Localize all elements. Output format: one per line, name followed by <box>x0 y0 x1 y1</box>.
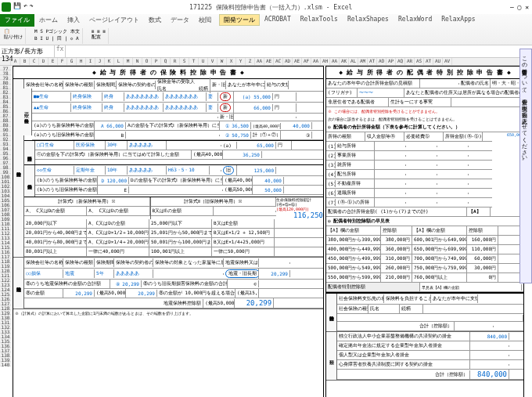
tab-formula[interactable]: 数式 <box>144 14 166 27</box>
tab-data[interactable]: データ <box>166 14 194 27</box>
company-1[interactable]: ■●生命 <box>32 92 71 101</box>
qat-save-icon[interactable]: 💾 <box>13 2 21 12</box>
column-headers[interactable]: ABCDEFGHIJKLMNOPQRSTUVWXYZAAAEACADAEAFAA… <box>0 58 532 66</box>
formula-input[interactable] <box>66 45 532 57</box>
ribbon-tabs: ファイル ホーム 挿入 ページレイアウト 数式 データ 校閲 表示 開発 ACR… <box>0 14 532 27</box>
name-box[interactable]: 正方形/長方形 134 <box>0 45 55 57</box>
insurance-deduction-form: ◆ 給 与 所 得 者 の 保 険 料 控 除 申 告 書 ◆ 生命保険料控除 … <box>13 66 324 397</box>
spouse-deduction-form: ◆ 給 与 所 得 者 の 配 偶 者 特 別 控 除 申 告 書 ◆ あなたの… <box>325 66 524 397</box>
window-controls[interactable]: — ▢ ✕ <box>507 4 532 11</box>
tab-review[interactable]: 校閲 <box>194 14 216 27</box>
tab-file[interactable]: ファイル <box>0 14 34 27</box>
tool-clipboard[interactable]: 📋貼り付け <box>2 28 26 44</box>
window-title: 171225 保険料控除申告書（一括入力）.xlsm - Excel <box>35 3 507 12</box>
row-headers[interactable]: 7778798081828384858687888990919293949596… <box>0 66 11 366</box>
form2-title: ◆ 給 与 所 得 者 の 配 偶 者 特 別 控 除 申 告 書 ◆ <box>326 67 523 79</box>
excel-icon <box>2 2 11 12</box>
new-flag-1[interactable]: 新 <box>220 92 231 101</box>
tab-relax1[interactable]: RelaxTools <box>296 14 343 27</box>
tab-acrobat[interactable]: ACROBAT <box>260 14 296 27</box>
tab-layout[interactable]: ページレイアウト <box>84 14 144 27</box>
tab-relax4[interactable]: RelaxApps <box>437 14 480 27</box>
tool-align[interactable]: ≡ ≡ ≡配置 <box>89 28 109 44</box>
qat-redo-icon[interactable]: ↷ <box>30 2 34 12</box>
tab-dev-active[interactable]: 開発ツール <box>219 14 260 26</box>
qat-undo-icon[interactable]: ↶ <box>23 2 27 12</box>
side-panel[interactable]: この新申告書について、更新の説明を自動で記入させてください。 <box>519 49 532 283</box>
tab-relax3[interactable]: RelaxWord <box>394 14 437 27</box>
tab-home[interactable]: ホーム <box>34 14 63 27</box>
tab-insert[interactable]: 挿入 <box>63 14 84 27</box>
tool-font[interactable]: M S Pゴシック 本文B I U | 田 | ◇ A <box>32 28 83 44</box>
fx-icon[interactable]: fx <box>55 45 66 57</box>
tab-relax2[interactable]: RelaxShapes <box>343 14 394 27</box>
